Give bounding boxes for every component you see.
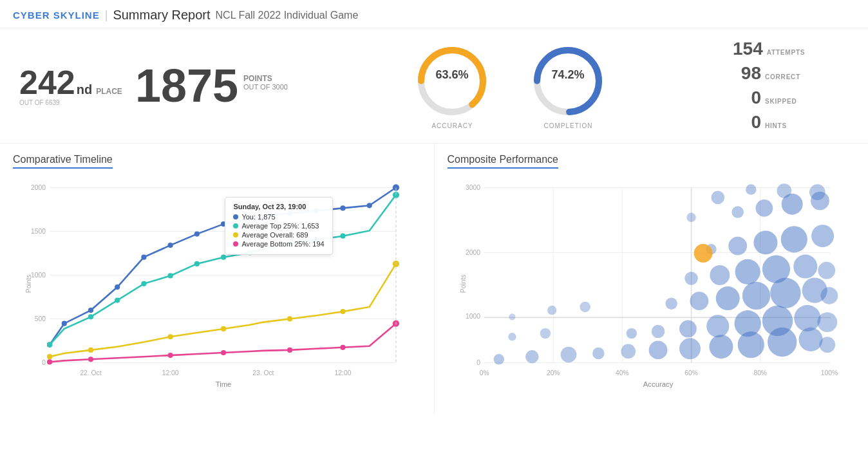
svg-text:23. Oct: 23. Oct <box>252 369 274 376</box>
page-title: Summary Report <box>113 8 210 23</box>
place-label: PLACE <box>96 87 122 96</box>
svg-point-130 <box>746 184 756 194</box>
accuracy-donut-svg: 63.6% <box>413 42 491 120</box>
svg-text:1000: 1000 <box>466 313 480 320</box>
svg-point-92 <box>679 338 701 359</box>
svg-point-116 <box>762 255 789 283</box>
svg-point-102 <box>734 310 760 337</box>
svg-point-113 <box>684 272 698 285</box>
svg-point-59 <box>221 350 226 355</box>
svg-text:74.2%: 74.2% <box>552 68 585 81</box>
composite-panel: Composite Performance 3000 2000 1000 0 P… <box>435 144 869 414</box>
svg-point-108 <box>715 286 739 310</box>
svg-point-61 <box>340 345 345 350</box>
skipped-row: 0 SKIPPED <box>733 88 849 108</box>
svg-point-28 <box>194 231 200 236</box>
svg-point-32 <box>287 211 292 216</box>
svg-text:0%: 0% <box>479 369 489 376</box>
svg-text:0: 0 <box>42 359 46 366</box>
right-stats: 154 ATTEMPTS 98 CORRECT 0 SKIPPED 0 HINT… <box>733 39 849 133</box>
stat-points: 1875 POINTS OUT OF 3000 <box>135 62 288 109</box>
svg-text:1000: 1000 <box>31 272 46 279</box>
hints-row: 0 HINTS <box>733 112 849 133</box>
svg-text:Accuracy: Accuracy <box>643 380 673 388</box>
svg-point-35 <box>367 203 372 208</box>
correct-value: 98 <box>733 63 761 84</box>
place-suffix: nd <box>77 82 92 97</box>
accuracy-label: ACCURACY <box>431 122 473 129</box>
svg-point-39 <box>115 297 120 302</box>
header: Cyber Skyline | Summary Report NCL Fall … <box>0 0 868 28</box>
svg-point-107 <box>690 292 708 310</box>
svg-point-115 <box>735 259 760 284</box>
svg-point-105 <box>817 312 837 332</box>
place-value: 242 <box>19 66 75 99</box>
svg-point-23 <box>62 321 67 326</box>
attempts-label: ATTEMPTS <box>767 49 806 56</box>
svg-point-134 <box>540 328 550 339</box>
svg-point-137 <box>580 302 590 312</box>
skipped-label: SKIPPED <box>765 98 797 105</box>
svg-point-90 <box>621 344 636 359</box>
svg-point-91 <box>648 340 667 359</box>
svg-text:2000: 2000 <box>31 184 46 191</box>
svg-point-99 <box>651 325 665 339</box>
page-subtitle: NCL Fall 2022 Individual Game <box>216 10 359 21</box>
svg-point-88 <box>560 347 576 363</box>
stat-place: 242 nd PLACE OUT OF 6639 <box>19 66 122 106</box>
header-separator: | <box>105 8 108 22</box>
completion-donut-svg: 74.2% <box>529 42 607 120</box>
points-out-of: OUT OF 3000 <box>243 83 288 91</box>
svg-point-53 <box>287 316 292 321</box>
svg-point-54 <box>340 309 345 314</box>
svg-point-47 <box>340 234 345 239</box>
svg-text:60%: 60% <box>684 369 698 376</box>
composite-chart-area: 3000 2000 1000 0 Points 0% 20% 40% 60% 8… <box>448 178 856 396</box>
svg-text:2000: 2000 <box>466 249 480 256</box>
svg-point-93 <box>709 335 733 358</box>
svg-point-109 <box>742 282 769 310</box>
svg-text:3000: 3000 <box>466 184 480 191</box>
completion-label: COMPLETION <box>543 122 592 129</box>
svg-text:22. Oct: 22. Oct <box>80 369 101 376</box>
svg-point-132 <box>809 184 825 200</box>
svg-point-131 <box>777 183 791 198</box>
svg-point-123 <box>811 225 834 247</box>
svg-point-138 <box>693 244 712 263</box>
hints-value: 0 <box>733 112 761 133</box>
svg-point-101 <box>706 315 729 337</box>
accuracy-donut: 63.6% ACCURACY <box>413 42 491 129</box>
timeline-svg: 2000 1500 1000 500 0 Points 22. Oct 12:0… <box>13 178 421 396</box>
svg-point-135 <box>509 313 515 320</box>
correct-row: 98 CORRECT <box>733 63 849 84</box>
svg-point-96 <box>798 328 822 351</box>
svg-point-40 <box>141 281 146 286</box>
correct-label: CORRECT <box>765 73 800 80</box>
svg-point-58 <box>168 353 173 358</box>
svg-point-100 <box>679 320 697 338</box>
hints-label: HINTS <box>765 122 787 129</box>
svg-point-128 <box>686 213 695 222</box>
svg-point-49 <box>47 354 52 359</box>
svg-point-136 <box>547 306 556 315</box>
svg-point-29 <box>221 221 226 227</box>
timeline-title: Comparative Timeline <box>13 154 113 169</box>
svg-point-133 <box>508 333 516 340</box>
svg-point-52 <box>221 326 226 331</box>
svg-point-117 <box>793 255 817 279</box>
svg-point-114 <box>710 265 730 285</box>
svg-point-125 <box>755 200 773 217</box>
svg-point-34 <box>340 205 345 210</box>
svg-text:20%: 20% <box>546 369 560 376</box>
svg-point-25 <box>115 284 120 290</box>
svg-point-46 <box>314 237 319 243</box>
svg-point-51 <box>168 334 173 339</box>
logo: Cyber Skyline <box>13 10 100 21</box>
attempts-row: 154 ATTEMPTS <box>733 39 849 59</box>
svg-point-118 <box>818 262 835 279</box>
svg-point-120 <box>728 237 747 255</box>
svg-point-42 <box>194 261 200 266</box>
timeline-panel: Comparative Timeline Sunday, Oct 23, 19:… <box>0 144 435 414</box>
svg-point-89 <box>592 348 605 360</box>
svg-text:Points: Points <box>25 275 32 293</box>
